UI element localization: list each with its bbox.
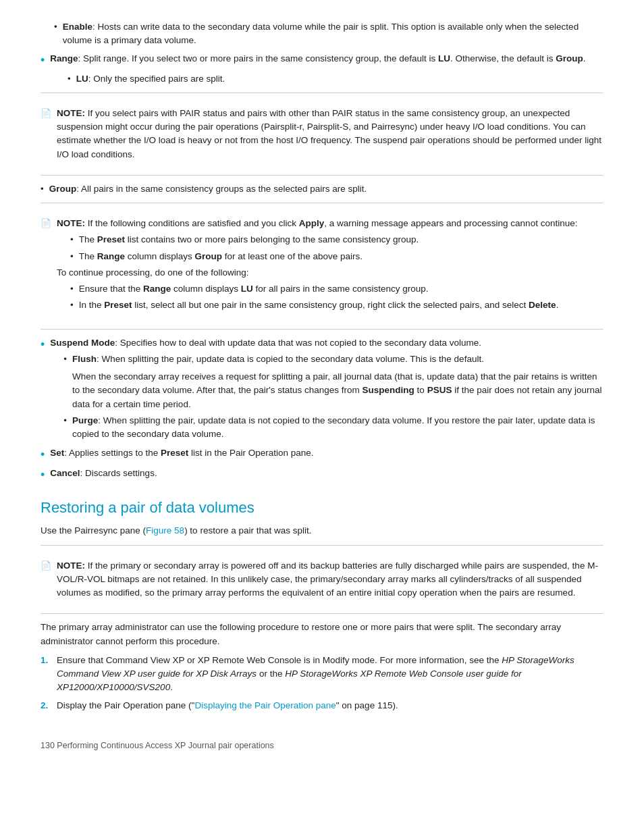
note-text-1: NOTE: If you select pairs with PAIR stat… xyxy=(57,107,603,161)
step-1: 1. Ensure that Command View XP or XP Rem… xyxy=(41,654,603,695)
note2-sub2: • The Range column displays Group for at… xyxy=(70,250,603,263)
footer: 130 Performing Continuous Access XP Jour… xyxy=(41,739,603,752)
suspend-mode-bullet: • Suspend Mode: Specifies how to deal wi… xyxy=(41,336,603,444)
step-1-text: Ensure that Command View XP or XP Remote… xyxy=(57,654,603,695)
note-text-2: NOTE: If the following conditions are sa… xyxy=(57,217,603,315)
divider-1 xyxy=(41,93,603,93)
note2-continue1: • Ensure that the Range column displays … xyxy=(70,282,603,296)
enable-desc: : Hosts can write data to the secondary … xyxy=(63,22,579,45)
purge-bullet: • Purge: When splitting the pair, update… xyxy=(63,414,603,442)
lu-text: LU: Only the specified pairs are split. xyxy=(76,72,603,86)
suspend-mode-text: Suspend Mode: Specifies how to deal with… xyxy=(50,336,603,444)
bullet-cyan-set: • xyxy=(41,446,45,464)
cancel-text: Cancel: Discards settings. xyxy=(50,467,603,484)
step-2-text: Display the Pair Operation pane ("Displa… xyxy=(57,699,603,712)
flush-detail: When the secondary array receives a requ… xyxy=(72,370,603,411)
step-1-num: 1. xyxy=(41,654,51,695)
group-bullet: • Group: All pairs in the same consisten… xyxy=(41,182,603,196)
enable-label: Enable xyxy=(63,22,92,32)
note-icon-3: 📄 xyxy=(41,559,51,600)
note-icon-1: 📄 xyxy=(41,107,51,161)
divider-5 xyxy=(41,545,603,546)
note-box-1: 📄 NOTE: If you select pairs with PAIR st… xyxy=(41,101,603,167)
note-icon-2: 📄 xyxy=(41,217,51,315)
footer-page-num: 130 xyxy=(41,741,55,750)
step-2: 2. Display the Pair Operation pane ("Dis… xyxy=(41,699,603,712)
bullet-cyan-range: • xyxy=(41,51,45,70)
enable-text: Enable: Hosts can write data to the seco… xyxy=(63,20,603,48)
range-text: Range: Split range. If you select two or… xyxy=(50,52,603,70)
lu-bullet: • LU: Only the specified pairs are split… xyxy=(68,72,603,86)
divider-4 xyxy=(41,329,603,330)
range-bullet: • Range: Split range. If you select two … xyxy=(41,52,603,70)
set-text: Set: Applies settings to the Preset list… xyxy=(50,446,603,464)
group-text: Group: All pairs in the same consistency… xyxy=(49,182,603,196)
pair-operation-pane-link[interactable]: Displaying the Pair Operation pane xyxy=(194,700,336,710)
footer-text: Performing Continuous Access XP Journal … xyxy=(57,741,273,750)
note-box-3: 📄 NOTE: If the primary or secondary arra… xyxy=(41,554,603,606)
note2-continue2: • In the Preset list, select all but one… xyxy=(70,298,603,312)
note-box-2: 📄 NOTE: If the following conditions are … xyxy=(41,211,603,321)
section-procedure-para: The primary array administrator can use … xyxy=(41,621,603,648)
divider-3 xyxy=(41,203,603,203)
note2-continue: To continue processing, do one of the fo… xyxy=(57,266,603,280)
figure58-link[interactable]: Figure 58 xyxy=(146,525,184,536)
section-heading: Restoring a pair of data volumes xyxy=(41,496,603,519)
note2-sub1: • The Preset list contains two or more p… xyxy=(70,233,603,246)
divider-6 xyxy=(41,613,603,614)
flush-bullet: • Flush: When splitting the pair, update… xyxy=(63,353,603,411)
bullet-cyan-suspend: • xyxy=(41,336,45,444)
enable-bullet: • Enable: Hosts can write data to the se… xyxy=(54,20,603,48)
divider-2 xyxy=(41,175,603,176)
set-bullet: • Set: Applies settings to the Preset li… xyxy=(41,446,603,464)
section-intro-para: Use the Pairresync pane (Figure 58) to r… xyxy=(41,524,603,538)
note-text-3: NOTE: If the primary or secondary array … xyxy=(57,559,603,600)
step-2-num: 2. xyxy=(41,699,51,712)
cancel-bullet: • Cancel: Discards settings. xyxy=(41,467,603,484)
bullet-dot-group: • xyxy=(41,182,44,196)
bullet-dot-lu: • xyxy=(68,72,71,86)
bullet-dot: • xyxy=(54,20,57,48)
bullet-cyan-cancel: • xyxy=(41,466,45,484)
